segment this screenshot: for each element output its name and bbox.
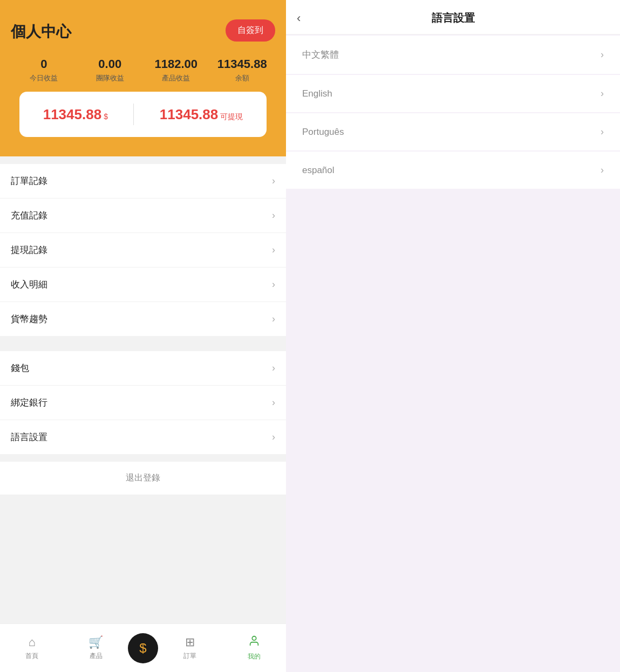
menu-item-language[interactable]: 語言設置 › (0, 420, 286, 454)
stat-today: 0 今日收益 (11, 57, 77, 83)
stat-product-label: 產品收益 (143, 73, 209, 83)
balance-divider (133, 104, 134, 125)
home-icon: ⌂ (29, 635, 36, 649)
logout-section[interactable]: 退出登錄 (0, 462, 286, 495)
right-header: ‹ 語言設置 (286, 0, 620, 35)
stat-today-label: 今日收益 (11, 73, 77, 83)
lang-label-english: English (302, 88, 332, 99)
page-title: 個人中心 (11, 23, 71, 40)
logout-label: 退出登錄 (126, 473, 160, 482)
withdraw-value: 11345.88 (160, 106, 218, 123)
lang-item-english[interactable]: English › (286, 75, 620, 112)
language-list: 中文繁體 › English › Português › español › (286, 35, 620, 190)
right-panel: ‹ 語言設置 中文繁體 › English › Português › espa… (286, 0, 620, 672)
menu-item-bank[interactable]: 綁定銀行 › (0, 386, 286, 420)
menu-item-currency[interactable]: 貨幣趨勢 › (0, 302, 286, 336)
right-title: 語言設置 (432, 11, 475, 25)
chevron-lang-3-icon: › (601, 164, 604, 176)
menu-gap (0, 336, 286, 344)
menu-item-withdraw[interactable]: 提現記錄 › (0, 233, 286, 268)
left-panel: 個人中心 自簽到 0 今日收益 0.00 團隊收益 1182.00 產品收益 1… (0, 0, 286, 672)
bottom-nav: ⌂ 首頁 🛒 產品 $ ⊞ 訂單 我的 (0, 623, 286, 672)
menu-group-2: 錢包 › 綁定銀行 › 語言設置 › (0, 351, 286, 454)
chevron-currency-icon: › (272, 313, 275, 325)
chevron-lang-1-icon: › (601, 88, 604, 99)
chevron-orders-icon: › (272, 175, 275, 187)
stats-row: 0 今日收益 0.00 團隊收益 1182.00 產品收益 11345.88 余… (11, 57, 275, 83)
menu-item-income[interactable]: 收入明細 › (0, 268, 286, 302)
lang-label-traditional-chinese: 中文繁體 (302, 49, 339, 61)
left-header: 個人中心 自簽到 0 今日收益 0.00 團隊收益 1182.00 產品收益 1… (0, 0, 286, 156)
lang-label-spanish: español (302, 165, 335, 176)
menu-item-language-label: 語言設置 (11, 431, 47, 443)
chevron-lang-2-icon: › (601, 126, 604, 138)
lang-label-portuguese: Português (302, 127, 344, 138)
menu-group-1: 訂單記錄 › 充值記錄 › 提現記錄 › 收入明細 › 貨幣趨勢 › (0, 164, 286, 336)
chevron-language-icon: › (272, 431, 275, 443)
balance-currency: $ (104, 112, 108, 121)
nav-mine-label: 我的 (248, 652, 261, 661)
menu-item-currency-label: 貨幣趨勢 (11, 313, 47, 325)
menu-item-recharge-label: 充值記錄 (11, 209, 47, 222)
nav-orders[interactable]: ⊞ 訂單 (158, 635, 222, 661)
stat-team: 0.00 團隊收益 (77, 57, 144, 83)
nav-home[interactable]: ⌂ 首頁 (0, 635, 64, 661)
nav-home-label: 首頁 (25, 652, 38, 661)
chevron-recharge-icon: › (272, 210, 275, 221)
nav-mine[interactable]: 我的 (222, 635, 287, 661)
nav-orders-label: 訂單 (183, 652, 196, 661)
menu-item-wallet-label: 錢包 (11, 362, 29, 374)
menu-item-orders-label: 訂單記錄 (11, 175, 47, 187)
balance-withdrawable: 11345.88 可提現 (160, 106, 243, 123)
lang-item-spanish[interactable]: español › (286, 152, 620, 189)
menu-item-orders[interactable]: 訂單記錄 › (0, 164, 286, 198)
chevron-lang-0-icon: › (601, 49, 604, 60)
menu-item-wallet[interactable]: 錢包 › (0, 351, 286, 386)
mine-icon (248, 635, 260, 650)
withdraw-label: 可提現 (220, 112, 243, 122)
stat-team-value: 0.00 (77, 57, 144, 71)
stat-today-value: 0 (11, 57, 77, 71)
nav-product[interactable]: 🛒 產品 (64, 635, 128, 661)
menu-item-withdraw-label: 提現記錄 (11, 244, 47, 256)
chevron-income-icon: › (272, 279, 275, 290)
chevron-withdraw-icon: › (272, 244, 275, 256)
sign-in-button[interactable]: 自簽到 (226, 19, 275, 42)
menu-item-income-label: 收入明細 (11, 278, 47, 291)
lang-item-traditional-chinese[interactable]: 中文繁體 › (286, 36, 620, 74)
dollar-icon: $ (139, 641, 146, 656)
stat-balance-value: 11345.88 (209, 57, 276, 71)
back-button[interactable]: ‹ (297, 11, 301, 25)
balance-main: 11345.88 $ (43, 106, 108, 123)
stat-product: 1182.00 產品收益 (143, 57, 209, 83)
menu-item-recharge[interactable]: 充值記錄 › (0, 198, 286, 233)
menu-item-bank-label: 綁定銀行 (11, 396, 47, 409)
orders-icon: ⊞ (185, 635, 195, 649)
chevron-bank-icon: › (272, 397, 275, 408)
chevron-wallet-icon: › (272, 362, 275, 374)
lang-item-portuguese[interactable]: Português › (286, 113, 620, 150)
stat-product-value: 1182.00 (143, 57, 209, 71)
svg-point-0 (252, 636, 256, 640)
balance-card: 11345.88 $ 11345.88 可提現 (19, 92, 267, 137)
balance-main-value: 11345.88 (43, 106, 101, 123)
stat-team-label: 團隊收益 (77, 73, 144, 83)
stat-balance: 11345.88 余額 (209, 57, 276, 83)
stat-balance-label: 余額 (209, 73, 276, 83)
product-icon: 🛒 (88, 635, 103, 649)
nav-product-label: 產品 (90, 652, 103, 661)
nav-center-button[interactable]: $ (128, 633, 158, 663)
